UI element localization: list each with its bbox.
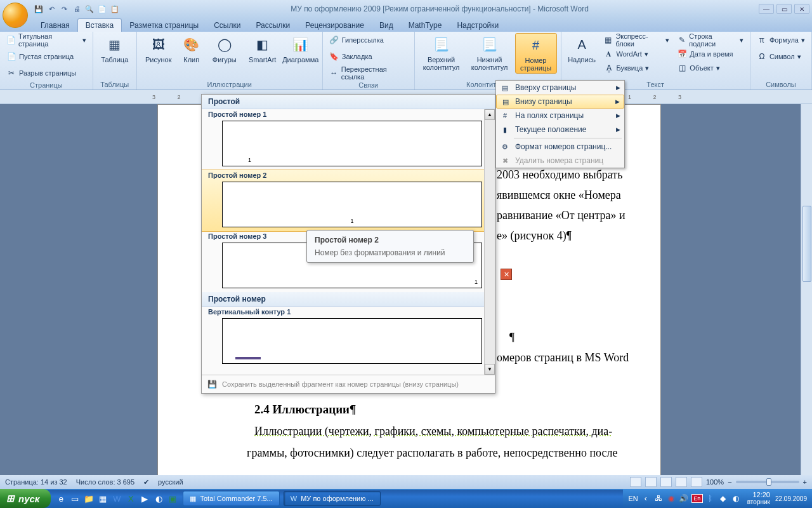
signature-button[interactable]: ✎Строка подписи ▾ <box>674 33 746 47</box>
tray-bluetooth-icon[interactable]: ᛒ <box>705 493 716 504</box>
datetime-button[interactable]: 📅Дата и время <box>674 47 746 61</box>
tab-pagelayout[interactable]: Разметка страницы <box>122 19 206 32</box>
qat-undo[interactable]: ↶ <box>46 3 57 15</box>
maximize-button[interactable]: ▭ <box>776 4 792 14</box>
ql-explorer-icon[interactable]: 📁 <box>82 491 95 505</box>
qat-preview[interactable]: 🔍 <box>84 3 95 15</box>
view-outline[interactable] <box>676 477 687 487</box>
gallery-footer[interactable]: 💾 Сохранить выделенный фрагмент как номе… <box>202 375 495 393</box>
ql-desktop-icon[interactable]: ▭ <box>69 491 81 505</box>
tab-addins[interactable]: Надстройки <box>449 19 506 32</box>
doc-line-1: 2003 необходимо выбрать <box>497 166 622 184</box>
ql-excel-icon[interactable]: X <box>124 491 137 505</box>
footer-button[interactable]: 📃Нижний колонтитул <box>467 33 513 72</box>
hyperlink-label: Гиперссылка <box>342 36 384 44</box>
cover-page-button[interactable]: 📄Титульная страница ▾ <box>4 33 89 47</box>
tab-insert[interactable]: Вставка <box>77 18 122 32</box>
gallery-item-1[interactable]: Простой номер 1 1 <box>202 109 495 166</box>
tab-review[interactable]: Рецензирование <box>298 19 372 32</box>
wordart-button[interactable]: 𝐀WordArt ▾ <box>601 47 672 61</box>
ql-ie-icon[interactable]: e <box>55 491 67 505</box>
zoom-thumb[interactable] <box>766 478 771 486</box>
table-button[interactable]: ▦Таблица <box>97 33 133 65</box>
picture-button[interactable]: 🖼Рисунок <box>141 33 176 65</box>
ql-media-icon[interactable]: ▶ <box>138 491 151 505</box>
smartart-button[interactable]: ◧SmartArt <box>245 33 280 65</box>
zoom-slider[interactable] <box>736 481 799 483</box>
equation-button[interactable]: πФормула ▾ <box>754 33 808 47</box>
zoom-level[interactable]: 100% <box>706 478 724 486</box>
pn-format-label: Формат номеров страниц... <box>515 142 612 151</box>
qat-print[interactable]: 🖨 <box>71 3 82 15</box>
vertical-scrollbar[interactable] <box>801 104 812 478</box>
office-button[interactable] <box>3 3 28 28</box>
tab-mathtype[interactable]: MathType <box>401 19 450 32</box>
textbox-button[interactable]: AНадпись <box>565 33 599 65</box>
tab-references[interactable]: Ссылки <box>206 19 248 32</box>
embedded-close-icon[interactable]: ✕ <box>501 269 512 280</box>
start-button[interactable]: ⊞пуск <box>0 489 51 508</box>
clip-button[interactable]: 🎨Клип <box>179 33 204 65</box>
pn-bottom[interactable]: ▤Внизу страницы▶ <box>496 95 624 109</box>
zoom-out-button[interactable]: − <box>728 478 731 486</box>
blank-page-button[interactable]: 📄Пустая страница <box>4 50 76 64</box>
close-button[interactable]: ✕ <box>794 4 809 14</box>
view-fullscreen[interactable] <box>645 477 657 487</box>
status-language[interactable]: русский <box>158 478 183 486</box>
tray-chevron-icon[interactable]: ‹ <box>641 493 651 504</box>
gallery-item-4[interactable]: Вертикальный контур 1 <box>202 307 495 364</box>
bookmark-button[interactable]: 🔖Закладка <box>327 50 375 64</box>
tray-app-icon[interactable]: ◆ <box>718 493 728 504</box>
page-break-button[interactable]: ✂Разрыв страницы <box>4 66 79 80</box>
tray-clock[interactable]: 12:20 вторник <box>747 491 770 506</box>
taskbar-word[interactable]: WМУ по оформлению ... <box>284 491 381 506</box>
ql-word-icon[interactable]: W <box>110 491 123 505</box>
tray-network-icon[interactable]: 🖧 <box>653 493 664 504</box>
qat-paste[interactable]: 📋 <box>109 3 121 15</box>
tray-app2-icon[interactable]: ◐ <box>731 493 741 504</box>
qat-doc[interactable]: 📄 <box>96 3 108 15</box>
status-page[interactable]: Страница: 14 из 32 <box>5 478 67 486</box>
gallery-item-2[interactable]: Простой номер 2 1 <box>202 170 495 232</box>
shapes-button[interactable]: ◯Фигуры <box>207 33 242 65</box>
ql-app2-icon[interactable]: ▣ <box>166 491 179 505</box>
pn-top[interactable]: ▤Вверху страницы▶ <box>496 81 624 95</box>
hyperlink-button[interactable]: 🔗Гиперссылка <box>327 33 386 47</box>
status-words[interactable]: Число слов: 3 695 <box>76 478 134 486</box>
quickparts-button[interactable]: ▦Экспресс-блоки ▾ <box>601 33 672 47</box>
pn-current[interactable]: ▮Текущее положение▶ <box>496 123 624 137</box>
taskbar-totalcommander[interactable]: ▦Total Commander 7.5... <box>183 491 279 506</box>
tray-volume-icon[interactable]: 🔊 <box>679 493 689 504</box>
chart-button[interactable]: 📊Диаграмма <box>283 33 318 65</box>
crossref-button[interactable]: ↔Перекрестная ссылка <box>327 66 410 80</box>
gallery-scroll-up[interactable]: ▲ <box>485 109 495 120</box>
dropcap-label: Буквица <box>617 64 643 72</box>
object-button[interactable]: ◫Объект ▾ <box>674 61 746 75</box>
view-draft[interactable] <box>691 477 702 487</box>
tray-av-icon[interactable]: ◉ <box>666 493 676 504</box>
header-button[interactable]: 📃Верхний колонтитул <box>419 33 464 72</box>
pn-format[interactable]: ⚙Формат номеров страниц... <box>496 140 624 154</box>
tab-mailings[interactable]: Рассылки <box>248 19 298 32</box>
qat-save[interactable]: 💾 <box>33 3 44 15</box>
ql-app-icon[interactable]: ◐ <box>152 491 165 505</box>
zoom-in-button[interactable]: + <box>803 478 807 486</box>
doc-line-5: ¶ <box>509 328 514 346</box>
page-number-button[interactable]: #Номер страницы <box>515 33 557 74</box>
tab-home[interactable]: Главная <box>33 19 77 32</box>
ql-tc-icon[interactable]: ▦ <box>96 491 109 505</box>
pn-margins[interactable]: #На полях страницы▶ <box>496 109 624 123</box>
minimize-button[interactable]: — <box>759 4 774 14</box>
scrollbar-thumb[interactable] <box>802 206 811 282</box>
qat-redo[interactable]: ↷ <box>58 3 70 15</box>
tray-lang-badge[interactable]: En <box>691 494 703 503</box>
gallery-scrollbar[interactable]: ▲ ▼ <box>484 109 495 375</box>
view-web[interactable] <box>660 477 672 487</box>
tab-view[interactable]: Вид <box>372 19 401 32</box>
tray-lang-text[interactable]: EN <box>628 495 638 502</box>
dropcap-button[interactable]: A͇Буквица ▾ <box>601 61 672 75</box>
status-spell-icon[interactable]: ✔ <box>143 478 149 486</box>
gallery-scroll-down[interactable]: ▼ <box>485 364 495 375</box>
symbol-button[interactable]: ΩСимвол ▾ <box>754 50 804 64</box>
view-print-layout[interactable] <box>630 477 641 487</box>
